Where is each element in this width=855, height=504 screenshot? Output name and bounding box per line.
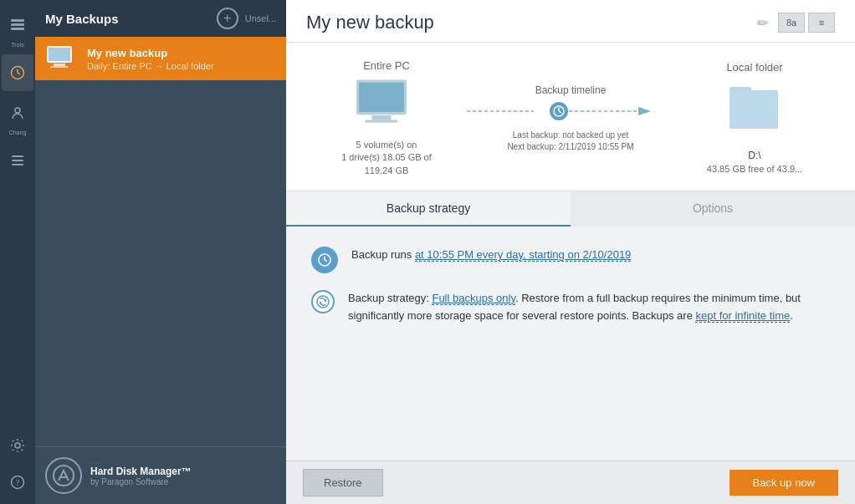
svg-point-6	[15, 108, 20, 113]
svg-rect-32	[730, 90, 778, 129]
fullbackup-icon	[311, 290, 335, 313]
sidebar-header: My Backups + Unsel...	[35, 0, 286, 37]
sidebar-panel: My Backups + Unsel... My new backup Dail…	[35, 0, 286, 504]
svg-line-35	[325, 260, 327, 262]
sidebar-icon-strip: Trois Chang	[0, 0, 35, 504]
footer-text: Hard Disk Manager™ by Paragon Software	[90, 466, 192, 486]
tabs-bar: Backup strategy Options	[286, 191, 855, 227]
sidebar-icon-list[interactable]	[2, 142, 33, 179]
backup-item-name: My new backup	[87, 47, 276, 59]
main-header: My new backup ✏ 8a ≡	[286, 0, 855, 43]
paragon-logo	[45, 457, 82, 494]
svg-rect-22	[365, 120, 397, 123]
header-grid-btn[interactable]: ≡	[808, 13, 835, 33]
svg-text:?: ?	[16, 477, 20, 487]
backup-item-desc: Daily: Entire PC → Local folder	[87, 61, 276, 71]
svg-line-5	[18, 73, 20, 74]
footer-bar: Restore Back up now	[286, 461, 855, 504]
svg-marker-29	[638, 107, 651, 115]
source-label: Entire PC	[363, 59, 410, 72]
backup-diagram: Entire PC 5 volume(s) on 1 drive(s) 18.0…	[286, 43, 855, 191]
svg-rect-15	[54, 64, 65, 66]
schedule-text: Backup runs at 10:55 PM every day, start…	[351, 247, 631, 264]
main-content: My new backup ✏ 8a ≡ Entire PC 5 volume(…	[286, 0, 855, 504]
destination-section: Local folder D:\ 43.85 GB free of 43.9..…	[688, 61, 822, 176]
strategy-content: Backup runs at 10:55 PM every day, start…	[286, 227, 855, 461]
source-section: Entire PC 5 volume(s) on 1 drive(s) 18.0…	[320, 59, 453, 177]
app-name: Hard Disk Manager™	[90, 466, 192, 477]
schedule-icon	[311, 247, 338, 273]
help-icon[interactable]: ?	[3, 467, 33, 497]
sidebar-title: My Backups	[45, 12, 210, 26]
sidebar-footer: Hard Disk Manager™ by Paragon Software	[35, 446, 286, 504]
backup-now-button[interactable]: Back up now	[730, 470, 838, 496]
schedule-link[interactable]: at 10:55 PM every day, starting on 2/10/…	[415, 248, 631, 262]
svg-rect-1	[11, 23, 24, 26]
fullbackup-link[interactable]: Full backups only	[432, 292, 515, 305]
source-desc: 5 volume(s) on 1 drive(s) 18.05 GB of 11…	[341, 139, 432, 177]
timeline-label: Backup timeline	[535, 84, 607, 96]
svg-rect-7	[12, 155, 23, 157]
dest-label: Local folder	[726, 61, 782, 74]
edit-title-icon[interactable]: ✏	[757, 15, 768, 31]
arrow-section: Backup timeline Last backup: not	[453, 84, 688, 153]
svg-rect-9	[12, 164, 23, 165]
svg-rect-14	[49, 48, 70, 61]
add-backup-button[interactable]: +	[217, 8, 238, 29]
restore-button[interactable]: Restore	[303, 469, 383, 496]
svg-point-17	[54, 466, 74, 486]
app-sub: by Paragon Software	[90, 477, 192, 486]
tab-options[interactable]: Options	[571, 191, 855, 227]
header-actions: 8a ≡	[778, 13, 835, 33]
dest-desc: D:\ 43.85 GB free of 43.9...	[707, 149, 802, 176]
backup-item-pc-icon	[45, 45, 79, 72]
svg-rect-21	[371, 115, 391, 120]
svg-point-36	[317, 296, 329, 308]
keepinfinite-link[interactable]: kept for infinite time	[695, 309, 790, 323]
svg-rect-16	[50, 66, 69, 68]
backup-list-item[interactable]: My new backup Daily: Entire PC → Local f…	[35, 37, 286, 80]
svg-rect-0	[11, 19, 24, 22]
settings-icon[interactable]	[3, 430, 33, 461]
timeline-desc: Last backup: not backed up yet Next back…	[507, 130, 633, 153]
svg-rect-2	[11, 28, 24, 30]
page-title: My new backup	[306, 12, 747, 33]
timeline-line	[467, 101, 674, 121]
pc-icon	[353, 79, 420, 132]
strategy-item-fullbackup: Backup strategy: Full backups only. Rest…	[311, 290, 830, 325]
sidebar-bottom-icons: ?	[3, 430, 33, 497]
unsaved-label: Unsel...	[245, 13, 276, 23]
fullbackup-text: Backup strategy: Full backups only. Rest…	[348, 290, 830, 325]
sidebar-icon-trois[interactable]: Trois	[2, 7, 33, 51]
sidebar-icon-chang[interactable]: Chang	[2, 94, 33, 139]
tab-backup-strategy[interactable]: Backup strategy	[286, 191, 571, 227]
sidebar-icon-clock[interactable]	[2, 54, 33, 91]
svg-point-10	[15, 443, 20, 448]
header-text-btn[interactable]: 8a	[778, 13, 805, 33]
folder-icon	[730, 80, 780, 142]
svg-rect-20	[359, 83, 404, 112]
backup-item-info: My new backup Daily: Entire PC → Local f…	[87, 47, 276, 71]
strategy-item-schedule: Backup runs at 10:55 PM every day, start…	[311, 247, 830, 273]
svg-rect-8	[12, 160, 23, 161]
